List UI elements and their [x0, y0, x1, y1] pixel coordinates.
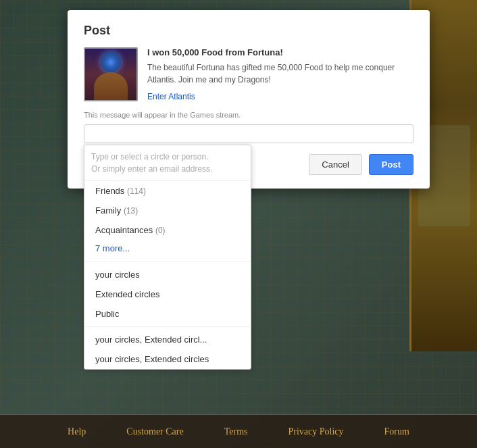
option-your-circles-label: your circles [95, 270, 140, 280]
modal-title: Post [84, 24, 413, 38]
footer: Help Customer Care Terms Privacy Policy … [0, 414, 477, 448]
footer-link-customer-care[interactable]: Customer Care [126, 426, 183, 437]
stream-note: This message will appear in the Games st… [84, 111, 413, 119]
post-content: I won 50,000 Food from Fortuna! The beau… [84, 47, 413, 101]
post-text: I won 50,000 Food from Fortuna! The beau… [147, 47, 413, 101]
circle-acquaintances-count: (0) [155, 226, 166, 235]
circle-dropdown: Type or select a circle or person. Or si… [84, 145, 251, 370]
option-public-label: Public [95, 309, 119, 319]
dropdown-divider-1 [84, 262, 251, 262]
footer-link-help[interactable]: Help [68, 426, 86, 437]
option-extended-circles-label: Extended circles [95, 289, 159, 299]
recipient-input[interactable] [84, 124, 413, 143]
dropdown-divider-2 [84, 326, 251, 327]
circle-family-name: Family [95, 205, 121, 216]
footer-link-forum[interactable]: Forum [384, 426, 409, 437]
post-button[interactable]: Post [369, 154, 413, 175]
circle-friends[interactable]: Friends (114) [84, 181, 251, 201]
option-public[interactable]: Public [84, 304, 251, 324]
post-dialog: Post I won 50,000 Food from Fortuna! The… [68, 10, 430, 189]
post-image [84, 47, 138, 101]
circle-acquaintances[interactable]: Acquaintances (0) [84, 220, 251, 240]
more-circles-link[interactable]: 7 more... [84, 240, 251, 259]
circle-family-count: (13) [124, 206, 138, 216]
post-link[interactable]: Enter Atlantis [147, 92, 195, 101]
cancel-button[interactable]: Cancel [309, 154, 361, 175]
fortuna-figure [85, 49, 136, 100]
footer-link-terms[interactable]: Terms [224, 426, 248, 437]
search-hint-line2: Or simply enter an email address. [91, 164, 212, 174]
option-extended-circles[interactable]: Extended circles [84, 284, 251, 304]
circle-friends-count: (114) [127, 186, 146, 196]
footer-link-privacy[interactable]: Privacy Policy [288, 426, 344, 437]
search-hint-line1: Type or select a circle or person. [91, 152, 208, 161]
option-combined-2[interactable]: your circles, Extended circles [84, 349, 251, 369]
circle-friends-name: Friends [95, 186, 124, 196]
post-title: I won 50,000 Food from Fortuna! [147, 47, 413, 57]
circle-family[interactable]: Family (13) [84, 201, 251, 220]
option-combined-1-label: your circles, Extended circl... [95, 334, 207, 345]
post-body: The beautiful Fortuna has gifted me 50,0… [147, 61, 413, 86]
dropdown-search-hint: Type or select a circle or person. Or si… [84, 145, 251, 181]
option-combined-2-label: your circles, Extended circles [95, 354, 209, 364]
circle-acquaintances-name: Acquaintances [95, 225, 153, 235]
option-your-circles[interactable]: your circles [84, 265, 251, 284]
option-combined-1[interactable]: your circles, Extended circl... [84, 330, 251, 349]
